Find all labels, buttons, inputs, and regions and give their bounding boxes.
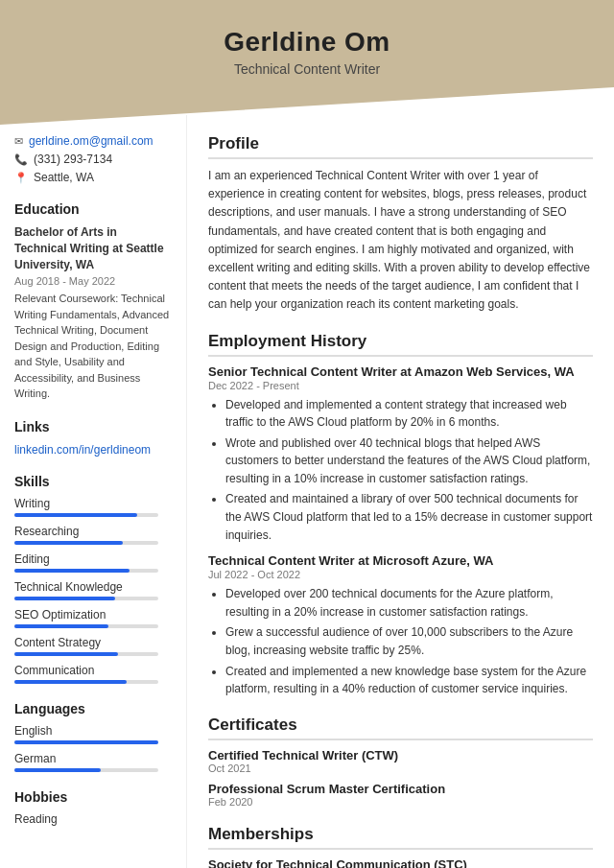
job-bullet: Created and implemented a new knowledge … <box>225 663 593 698</box>
coursework-text: Technical Writing Fundamentals, Advanced… <box>14 293 169 399</box>
language-item: German <box>14 752 172 772</box>
skill-bar-bg <box>14 624 158 628</box>
membership-item: Society for Technical Communication (STC… <box>208 857 593 868</box>
cert-date: Oct 2021 <box>208 762 593 774</box>
job-bullet: Grew a successful audience of over 10,00… <box>225 623 593 659</box>
cert-name: Certified Technical Writer (CTW) <box>208 748 593 762</box>
skill-bar-fill <box>14 680 127 684</box>
sidebar: ✉ gerldine.om@gmail.com 📞 (331) 293-7134… <box>0 115 187 868</box>
job-item: Technical Content Writer at Microsoft Az… <box>208 553 593 698</box>
phone-icon: 📞 <box>14 153 28 166</box>
memberships-list: Society for Technical Communication (STC… <box>208 857 593 868</box>
certificates-title: Certificates <box>208 716 593 740</box>
profile-title: Profile <box>208 134 593 159</box>
skill-bar-fill <box>14 624 108 628</box>
skills-section: Skills Writing Researching Editing Techn… <box>14 474 172 684</box>
education-title: Education <box>14 201 172 217</box>
education-coursework: Relevant Coursework: Technical Writing F… <box>14 291 172 402</box>
job-bullet: Created and maintained a library of over… <box>225 490 593 544</box>
email-icon: ✉ <box>14 135 23 148</box>
certificates-section: Certificates Certified Technical Writer … <box>208 716 593 808</box>
employment-title: Employment History <box>208 332 593 357</box>
job-bullet: Developed over 200 technical documents f… <box>225 585 593 621</box>
skill-bar-fill <box>14 541 123 545</box>
language-name: German <box>14 752 172 765</box>
education-degree: Bachelor of Arts in Technical Writing at… <box>14 224 172 272</box>
location-item: 📍 Seattle, WA <box>14 171 172 184</box>
skill-bar-bg <box>14 513 158 517</box>
skill-item: Technical Knowledge <box>14 580 172 600</box>
job-dates: Jul 2022 - Oct 2022 <box>208 569 593 580</box>
skill-name: Researching <box>14 525 172 538</box>
coursework-label: Relevant Coursework: <box>14 293 121 304</box>
cert-item: Professional Scrum Master Certification … <box>208 782 593 808</box>
candidate-name: Gerldine Om <box>19 27 595 58</box>
skill-item: Communication <box>14 664 172 684</box>
header-section: Gerldine Om Technical Content Writer <box>0 0 614 125</box>
language-bar-fill <box>14 740 158 744</box>
certs-list: Certified Technical Writer (CTW) Oct 202… <box>208 748 593 808</box>
skill-bar-bg <box>14 680 158 684</box>
email-item: ✉ gerldine.om@gmail.com <box>14 134 172 148</box>
language-bar-bg <box>14 740 158 744</box>
skill-name: Editing <box>14 552 172 566</box>
profile-text: I am an experienced Technical Content Wr… <box>208 167 593 315</box>
hobbies-list: Reading <box>14 812 172 826</box>
languages-list: English German <box>14 724 172 772</box>
contact-section: ✉ gerldine.om@gmail.com 📞 (331) 293-7134… <box>14 134 172 184</box>
skill-item: Content Strategy <box>14 636 172 656</box>
education-dates: Aug 2018 - May 2022 <box>14 275 172 287</box>
links-section: Links linkedin.com/in/gerldineom <box>14 419 172 457</box>
skills-title: Skills <box>14 474 172 489</box>
skill-bar-bg <box>14 597 158 600</box>
skill-name: Communication <box>14 664 172 677</box>
skill-item: Editing <box>14 552 172 573</box>
cert-item: Certified Technical Writer (CTW) Oct 202… <box>208 748 593 774</box>
skill-name: SEO Optimization <box>14 608 172 622</box>
candidate-title: Technical Content Writer <box>19 61 595 77</box>
skill-item: SEO Optimization <box>14 608 172 628</box>
language-bar-bg <box>14 768 158 772</box>
jobs-list: Senior Technical Content Writer at Amazo… <box>208 364 593 698</box>
linkedin-link[interactable]: linkedin.com/in/gerldineom <box>14 443 151 457</box>
main-content: Profile I am an experienced Technical Co… <box>187 115 614 868</box>
location-text: Seattle, WA <box>34 171 94 184</box>
hobby-item: Reading <box>14 812 172 826</box>
languages-section: Languages English German <box>14 701 172 772</box>
resume-container: Gerldine Om Technical Content Writer ✉ g… <box>0 0 614 868</box>
job-bullets: Developed and implemented a content stra… <box>208 396 593 545</box>
job-dates: Dec 2022 - Present <box>208 380 593 391</box>
job-bullet: Wrote and published over 40 technical bl… <box>225 434 593 488</box>
email-link[interactable]: gerldine.om@gmail.com <box>29 134 154 148</box>
hobbies-section: Hobbies Reading <box>14 789 172 826</box>
profile-section: Profile I am an experienced Technical Co… <box>208 134 593 315</box>
job-bullet: Developed and implemented a content stra… <box>225 396 593 432</box>
phone-text: (331) 293-7134 <box>34 152 112 166</box>
skill-bar-bg <box>14 541 158 545</box>
links-title: Links <box>14 419 172 434</box>
employment-section: Employment History Senior Technical Cont… <box>208 332 593 698</box>
memberships-section: Memberships Society for Technical Commun… <box>208 825 593 868</box>
job-bullets: Developed over 200 technical documents f… <box>208 585 593 698</box>
language-name: English <box>14 724 172 738</box>
skill-bar-fill <box>14 597 115 600</box>
skill-bar-bg <box>14 652 158 656</box>
skill-bar-fill <box>14 652 118 656</box>
location-icon: 📍 <box>14 172 28 184</box>
cert-date: Feb 2020 <box>208 796 593 808</box>
cert-name: Professional Scrum Master Certification <box>208 782 593 796</box>
memberships-title: Memberships <box>208 825 593 850</box>
body-content: ✉ gerldine.om@gmail.com 📞 (331) 293-7134… <box>0 115 614 868</box>
job-item: Senior Technical Content Writer at Amazo… <box>208 364 593 545</box>
education-section: Education Bachelor of Arts in Technical … <box>14 201 172 402</box>
phone-item: 📞 (331) 293-7134 <box>14 152 172 166</box>
language-item: English <box>14 724 172 744</box>
languages-title: Languages <box>14 701 172 716</box>
job-title: Technical Content Writer at Microsoft Az… <box>208 553 593 568</box>
skill-bar-fill <box>14 513 137 517</box>
hobbies-title: Hobbies <box>14 789 172 805</box>
skill-name: Technical Knowledge <box>14 580 172 594</box>
skill-bar-bg <box>14 569 158 573</box>
job-title: Senior Technical Content Writer at Amazo… <box>208 364 593 379</box>
skill-bar-fill <box>14 569 130 573</box>
